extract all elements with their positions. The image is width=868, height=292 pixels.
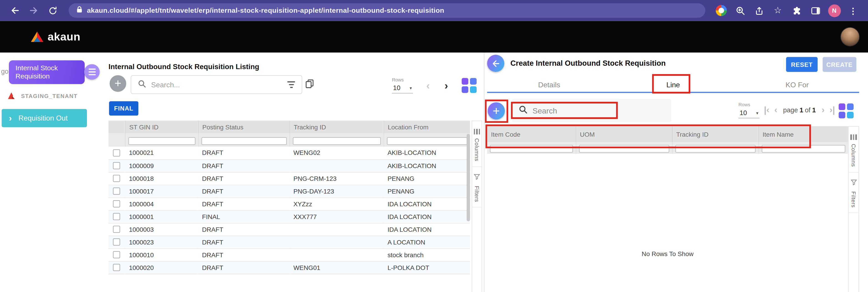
next-page-button[interactable]: › (822, 106, 825, 115)
row-checkbox[interactable] (113, 188, 120, 195)
cell-st-gin-id: 1000023 (125, 236, 198, 248)
filter-item-name[interactable] (762, 145, 845, 153)
tenant-name: STAGING_TENANT (21, 93, 78, 99)
col-header-location-from[interactable]: Location From (384, 121, 470, 133)
applet-title-box[interactable]: Internal Stock Requisition (9, 60, 85, 84)
apps-grid-icon[interactable] (462, 78, 477, 93)
zoom-icon[interactable] (733, 3, 747, 18)
listing-scrollbar[interactable] (467, 134, 470, 221)
empty-table-message: No Rows To Show (487, 251, 848, 257)
row-checkbox[interactable] (113, 251, 120, 259)
tab-line[interactable]: Line (611, 77, 735, 92)
browser-refresh-icon[interactable] (45, 3, 60, 18)
col-header-st-gin-id[interactable]: ST GIN ID (125, 121, 198, 133)
row-checkbox[interactable] (113, 150, 120, 157)
col-header-posting-status[interactable]: Posting Status (198, 121, 289, 133)
line-search-input[interactable] (532, 106, 664, 115)
back-button[interactable] (487, 55, 504, 72)
sidebar-menu-toggle[interactable] (84, 64, 100, 79)
listing-row[interactable]: 1000017DRAFTPNG-DAY-123PENANG (108, 185, 470, 197)
rows-per-page-select[interactable]: 10 ▾ (739, 108, 760, 119)
tab-details[interactable]: Details (487, 77, 611, 92)
last-page-button[interactable]: ›| (830, 106, 835, 115)
filter-list-icon[interactable] (287, 82, 295, 88)
listing-row[interactable]: 1000001FINALXXX777IDA LOCATION (108, 210, 470, 223)
next-page-button[interactable]: › (444, 80, 448, 91)
sidebar-item-requisition-out[interactable]: › Requisition Out (2, 109, 87, 127)
cell-location-from: AKIB-LOCATION (384, 147, 470, 159)
col-header-item-name[interactable]: Item Name (758, 126, 848, 142)
url-bar[interactable]: akaun.cloud/#/applet/tnt/wavelet/erp/int… (69, 3, 705, 18)
profile-avatar[interactable]: N (827, 3, 841, 18)
rows-label: Rows (392, 77, 415, 82)
applet-title-line2: Requisition (16, 72, 85, 81)
cell-st-gin-id: 1000009 (125, 159, 198, 172)
main-content: go Internal Stock Requisition STAGING_TE… (0, 53, 868, 292)
apps-grid-icon[interactable] (839, 103, 854, 119)
rows-per-page-select[interactable]: 10 ▾ (392, 84, 413, 94)
listing-row[interactable]: 1000020DRAFTWENG01L-POLKA DOT (108, 261, 470, 274)
listing-table-body: 1000021DRAFTWENG02AKIB-LOCATION1000009DR… (108, 147, 470, 274)
col-header-uom[interactable]: UOM (576, 126, 672, 142)
final-status-button[interactable]: FINAL (109, 101, 138, 116)
browser-back-icon[interactable] (8, 3, 22, 18)
copy-icon[interactable] (305, 79, 314, 91)
cell-posting-status: DRAFT (198, 159, 289, 172)
cell-checkbox (108, 197, 125, 210)
filter-uom[interactable] (579, 145, 669, 153)
side-panel-icon[interactable] (808, 3, 823, 18)
share-icon[interactable] (752, 3, 766, 18)
columns-panel-toggle[interactable]: Columns (849, 134, 859, 172)
filters-panel-toggle[interactable]: Filters (849, 177, 859, 213)
row-checkbox[interactable] (113, 264, 120, 271)
filters-panel-toggle[interactable]: Filters (472, 172, 482, 207)
listing-row[interactable]: 1000009DRAFTAKIB-LOCATION (108, 159, 470, 172)
search-icon (138, 79, 146, 90)
cell-st-gin-id: 1000010 (125, 248, 198, 261)
page-indicator: page1of1 (782, 106, 816, 114)
browser-forward-icon[interactable] (27, 3, 41, 18)
listing-row[interactable]: 1000023DRAFTA LOCATION (108, 236, 470, 248)
cell-st-gin-id: 1000017 (125, 185, 198, 197)
first-page-button[interactable]: |‹ (764, 106, 770, 115)
columns-icon (474, 129, 480, 134)
filter-tracking-id[interactable] (293, 137, 381, 144)
row-checkbox[interactable] (113, 213, 120, 220)
listing-search-input[interactable] (151, 80, 282, 89)
line-add-button[interactable]: + (488, 102, 505, 119)
bookmark-star-icon[interactable]: ☆ (771, 3, 785, 18)
filter-st-gin-id[interactable] (128, 137, 195, 144)
listing-row[interactable]: 1000003DRAFTIDA LOCATION (108, 223, 470, 236)
prev-page-button[interactable]: ‹ (774, 106, 777, 115)
create-button[interactable]: CREATE (823, 57, 857, 72)
tab-ko-for[interactable]: KO For (735, 77, 859, 92)
filter-posting-status[interactable] (201, 137, 286, 144)
filter-location-from[interactable] (387, 137, 467, 144)
cell-st-gin-id: 1000001 (125, 210, 198, 223)
listing-add-button[interactable]: + (110, 75, 126, 92)
extensions-puzzle-icon[interactable] (789, 3, 804, 18)
listing-row[interactable]: 1000021DRAFTWENG02AKIB-LOCATION (108, 147, 470, 159)
rows-per-page-value: 10 (393, 84, 400, 92)
col-header-item-code[interactable]: Item Code (487, 126, 576, 142)
listing-row[interactable]: 1000018DRAFTPNG-CRM-123PENANG (108, 172, 470, 185)
google-service-icon[interactable] (714, 3, 728, 18)
row-checkbox[interactable] (113, 162, 120, 169)
browser-menu-icon[interactable]: ⋮ (846, 3, 860, 18)
listing-row[interactable]: 1000004DRAFTXYZzzIDA LOCATION (108, 197, 470, 210)
row-checkbox[interactable] (113, 175, 120, 182)
cell-tracking-id: PNG-CRM-123 (289, 172, 384, 185)
row-checkbox[interactable] (113, 238, 120, 246)
row-checkbox[interactable] (113, 226, 120, 233)
listing-row[interactable]: 1000010DRAFTstock branch (108, 248, 470, 261)
user-avatar[interactable] (841, 28, 859, 46)
row-checkbox[interactable] (113, 200, 120, 207)
prev-page-button[interactable]: ‹ (426, 80, 430, 91)
filter-item-code[interactable] (490, 145, 573, 153)
filter-tracking-id[interactable] (675, 145, 755, 153)
columns-panel-toggle[interactable]: Columns (472, 129, 482, 167)
col-header-tracking-id[interactable]: Tracking ID (289, 121, 384, 133)
screenshot-root: akaun.cloud/#/applet/tnt/wavelet/erp/int… (0, 0, 868, 292)
col-header-tracking-id[interactable]: Tracking ID (672, 126, 758, 142)
reset-button[interactable]: RESET (786, 57, 818, 72)
